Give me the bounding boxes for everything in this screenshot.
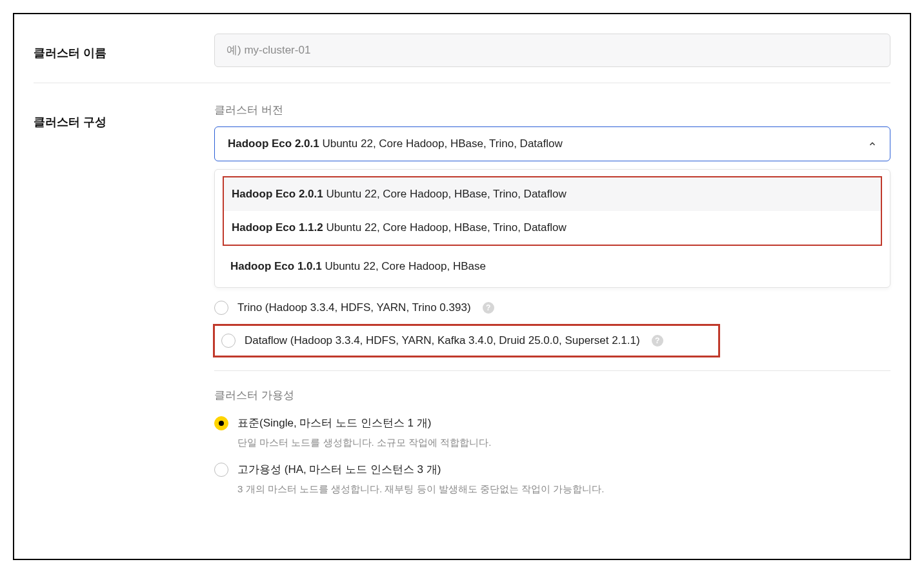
dropdown-option-2-rest: Ubuntu 22, Core Hadoop, HBase (322, 260, 486, 272)
dropdown-option-1-rest: Ubuntu 22, Core Hadoop, HBase, Trino, Da… (323, 221, 567, 234)
cluster-version-dropdown-panel: Hadoop Eco 2.0.1 Ubuntu 22, Core Hadoop,… (214, 169, 890, 288)
dropdown-option-1-bold: Hadoop Eco 1.1.2 (232, 221, 323, 234)
cluster-name-input[interactable] (214, 34, 890, 67)
cluster-config-label: 클러스터 구성 (34, 103, 214, 130)
cluster-config-row: 클러스터 구성 클러스터 버전 Hadoop Eco 2.0.1 Ubuntu … (34, 103, 890, 520)
availability-standard[interactable]: 표준(Single, 마스터 노드 인스턴스 1 개) (214, 412, 890, 434)
chevron-up-icon (868, 139, 877, 148)
cluster-version-selected-bold: Hadoop Eco 2.0.1 (228, 137, 319, 150)
availability-standard-desc: 단일 마스터 노드를 생성합니다. 소규모 작업에 적합합니다. (237, 437, 890, 449)
cluster-type-dataflow-label: Dataflow (Hadoop 3.3.4, HDFS, YARN, Kafk… (245, 334, 640, 347)
cluster-version-selected: Hadoop Eco 2.0.1 Ubuntu 22, Core Hadoop,… (228, 137, 563, 150)
help-icon[interactable]: ? (483, 302, 494, 314)
cluster-type-trino-label: Trino (Hadoop 3.3.4, HDFS, YARN, Trino 0… (237, 301, 471, 314)
cluster-type-dataflow[interactable]: Dataflow (Hadoop 3.3.4, HDFS, YARN, Kafk… (213, 324, 720, 357)
radio-icon (214, 463, 228, 477)
radio-selected-icon (214, 416, 228, 430)
cluster-version-dropdown[interactable]: Hadoop Eco 2.0.1 Ubuntu 22, Core Hadoop,… (214, 126, 890, 161)
radio-icon (221, 334, 236, 348)
cluster-version-sublabel: 클러스터 버전 (214, 103, 890, 117)
availability-ha-label: 고가용성 (HA, 마스터 노드 인스턴스 3 개) (237, 462, 441, 477)
cluster-version-selected-rest: Ubuntu 22, Core Hadoop, HBase, Trino, Da… (319, 137, 563, 150)
cluster-availability-sublabel: 클러스터 가용성 (214, 388, 890, 403)
cluster-name-row: 클러스터 이름 (34, 34, 890, 83)
divider (214, 370, 890, 371)
cluster-config-content: 클러스터 버전 Hadoop Eco 2.0.1 Ubuntu 22, Core… (214, 103, 890, 505)
dropdown-option-2[interactable]: Hadoop Eco 1.0.1 Ubuntu 22, Core Hadoop,… (215, 250, 890, 283)
dropdown-option-1[interactable]: Hadoop Eco 1.1.2 Ubuntu 22, Core Hadoop,… (224, 211, 881, 245)
dropdown-option-2-bold: Hadoop Eco 1.0.1 (230, 260, 322, 272)
help-icon[interactable]: ? (652, 335, 663, 347)
cluster-type-trino[interactable]: Trino (Hadoop 3.3.4, HDFS, YARN, Trino 0… (214, 297, 890, 319)
dropdown-highlight-box: Hadoop Eco 2.0.1 Ubuntu 22, Core Hadoop,… (223, 176, 882, 246)
cluster-name-label: 클러스터 이름 (34, 34, 214, 61)
dropdown-option-0[interactable]: Hadoop Eco 2.0.1 Ubuntu 22, Core Hadoop,… (224, 177, 881, 211)
radio-icon (214, 301, 228, 315)
form-container: 클러스터 이름 클러스터 구성 클러스터 버전 Hadoop Eco 2.0.1… (13, 13, 911, 560)
availability-standard-label: 표준(Single, 마스터 노드 인스턴스 1 개) (237, 416, 431, 430)
availability-ha[interactable]: 고가용성 (HA, 마스터 노드 인스턴스 3 개) (214, 458, 890, 481)
dropdown-option-0-bold: Hadoop Eco 2.0.1 (232, 188, 323, 200)
cluster-name-content (214, 34, 890, 67)
availability-ha-desc: 3 개의 마스터 노드를 생성합니다. 재부팅 등이 발생해도 중단없는 작업이… (237, 483, 890, 496)
dropdown-option-0-rest: Ubuntu 22, Core Hadoop, HBase, Trino, Da… (323, 188, 567, 200)
